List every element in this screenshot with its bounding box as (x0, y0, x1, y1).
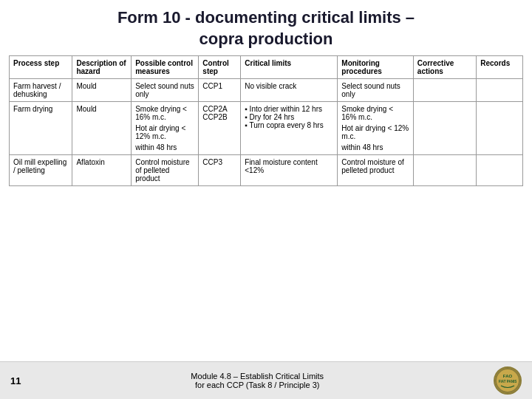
cell-monitoring-2: Smoke drying < 16% m.c. Hot air drying <… (338, 102, 414, 155)
cell-monitoring-1: Select sound nuts only (338, 79, 414, 102)
monitoring-line-2: Hot air drying < 12% m.c. (341, 124, 409, 140)
cell-process-1: Farm harvest / dehusking (10, 79, 72, 102)
cell-records-3 (477, 155, 523, 186)
footer-text: Module 4.8 – Establish Critical Limits f… (21, 372, 494, 389)
table-row: Farm harvest / dehusking Mould Select so… (10, 79, 523, 102)
footer: 11 Module 4.8 – Establish Critical Limit… (0, 361, 532, 399)
page: Form 10 - documenting critical limits – … (0, 0, 532, 399)
critical-bullet-2: Dry for 24 hrs (245, 113, 333, 121)
cell-process-3: Oil mill expelling / pelleting (10, 155, 72, 186)
cell-desc-3: Aflatoxin (72, 155, 132, 186)
cell-records-2 (477, 102, 523, 155)
cell-process-2: Farm drying (10, 102, 72, 155)
page-number: 11 (10, 375, 21, 386)
cell-desc-1: Mould (72, 79, 132, 102)
critical-bullet-3: Turn copra every 8 hrs (245, 121, 333, 129)
footer-line-2: for each CCP (Task 8 / Principle 3) (21, 381, 494, 389)
cell-critical-1: No visible crack (241, 79, 338, 102)
header-corrective: Corrective actions (413, 56, 476, 79)
header-description: Description of hazard (72, 56, 132, 79)
cell-possible-1: Select sound nuts only (132, 79, 199, 102)
cell-control-2: CCP2A CCP2B (199, 102, 241, 155)
cell-possible-3: Control moisture of pelleted product (132, 155, 199, 186)
fao-logo-svg: FAO FIAT PANIS (495, 368, 520, 393)
table-row: Farm drying Mould Smoke drying < 16% m.c… (10, 102, 523, 155)
header-critical: Critical limits (241, 56, 338, 79)
header-possible: Possible control measures (132, 56, 199, 79)
cell-desc-2: Mould (72, 102, 132, 155)
cell-corrective-1 (413, 79, 476, 102)
table-header-row: Process step Description of hazard Possi… (10, 56, 523, 79)
possible-line-2: Hot air drying < 12% m.c. (135, 124, 194, 140)
header-control: Control step (199, 56, 241, 79)
header-monitoring: Monitoring procedures (338, 56, 414, 79)
possible-line-1: Smoke drying < 16% m.c. (135, 105, 194, 121)
content-area: Process step Description of hazard Possi… (0, 55, 532, 361)
header-process: Process step (10, 56, 72, 79)
cell-monitoring-3: Control moisture of pelleted product (338, 155, 414, 186)
cell-control-1: CCP1 (199, 79, 241, 102)
svg-text:FIAT PANIS: FIAT PANIS (499, 380, 516, 383)
title-area: Form 10 - documenting critical limits – … (0, 0, 532, 55)
monitoring-line-3: within 48 hrs (341, 143, 409, 151)
possible-line-3: within 48 hrs (135, 143, 194, 151)
page-title: Form 10 - documenting critical limits – … (15, 7, 517, 50)
svg-text:FAO: FAO (503, 374, 513, 378)
cell-critical-3: Final moisture content <12% (241, 155, 338, 186)
cell-possible-2: Smoke drying < 16% m.c. Hot air drying <… (132, 102, 199, 155)
table-row: Oil mill expelling / pelleting Aflatoxin… (10, 155, 523, 186)
cell-corrective-3 (413, 155, 476, 186)
critical-limits-table: Process step Description of hazard Possi… (9, 55, 523, 186)
cell-control-3: CCP3 (199, 155, 241, 186)
cell-corrective-2 (413, 102, 476, 155)
monitoring-line-1: Smoke drying < 16% m.c. (341, 105, 409, 121)
cell-records-1 (477, 79, 523, 102)
critical-bullet-1: Into drier within 12 hrs (245, 105, 333, 113)
footer-line-1: Module 4.8 – Establish Critical Limits (21, 372, 494, 381)
cell-critical-2: Into drier within 12 hrs Dry for 24 hrs … (241, 102, 338, 155)
fao-logo: FAO FIAT PANIS (494, 366, 522, 395)
header-records: Records (477, 56, 523, 79)
